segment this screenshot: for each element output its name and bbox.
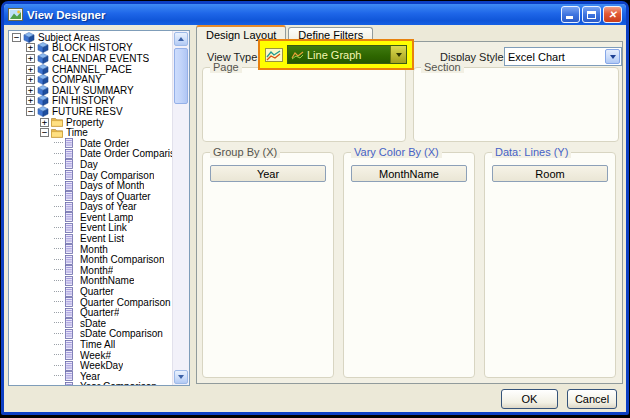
column-icon (65, 138, 77, 149)
tree-item[interactable]: WeekDay (11, 360, 172, 371)
tree-item[interactable]: Date Order Comparison (11, 149, 172, 160)
collapse-icon[interactable]: − (40, 128, 49, 137)
field-year[interactable]: Year (210, 165, 326, 182)
tree-connector (54, 248, 63, 250)
tree-item-label: WeekDay (80, 360, 123, 371)
tree-item-label: Time (66, 127, 88, 138)
tree-item[interactable]: Event Link (11, 223, 172, 234)
tree-item[interactable]: +CHANNEL_PACE (11, 64, 172, 75)
ok-button[interactable]: OK (501, 389, 558, 409)
expand-icon[interactable]: + (40, 118, 49, 127)
expand-icon[interactable]: + (26, 96, 35, 105)
maximize-button[interactable] (582, 6, 601, 23)
tree-item-label: MonthName (80, 275, 134, 286)
column-icon (65, 191, 77, 202)
tree-item[interactable]: −FUTURE RESV (11, 106, 172, 117)
tree-item[interactable]: +CALENDAR EVENTS (11, 53, 172, 64)
tree-item[interactable]: Days of Month (11, 180, 172, 191)
tree-item[interactable]: Date Order (11, 138, 172, 149)
column-icon (65, 307, 77, 318)
group-by-x-zone[interactable]: Group By (X) Year (202, 152, 334, 378)
collapse-icon[interactable]: − (12, 33, 21, 42)
scrollbar-thumb[interactable] (174, 48, 188, 104)
tree-item[interactable]: Year Comparison (11, 382, 172, 385)
window-controls: ✕ (561, 6, 622, 23)
tree-item[interactable]: Week# (11, 350, 172, 361)
tree-item[interactable]: Quarter (11, 286, 172, 297)
column-icon (65, 360, 77, 371)
field-room[interactable]: Room (492, 165, 608, 182)
tree-connector (54, 259, 63, 261)
page-dropzone[interactable]: Page (202, 67, 406, 142)
view-type-select[interactable]: Line Graph (287, 45, 407, 64)
tree-scrollbar[interactable] (172, 31, 189, 385)
expand-icon[interactable]: + (26, 75, 35, 84)
tree-connector (54, 312, 63, 314)
tree-item[interactable]: Month Comparison (11, 254, 172, 265)
expand-icon[interactable]: + (26, 86, 35, 95)
design-layout-panel: View Type : Line (196, 41, 623, 384)
tree-item[interactable]: Month (11, 244, 172, 255)
field-monthname[interactable]: MonthName (351, 165, 467, 182)
tree-item[interactable]: Year (11, 371, 172, 382)
tree-item[interactable]: +FIN HISTORY (11, 96, 172, 107)
collapse-icon[interactable]: − (26, 107, 35, 116)
tree-item[interactable]: +DAILY SUMMARY (11, 85, 172, 96)
tree-item[interactable]: Quarter# (11, 307, 172, 318)
tree-connector (54, 291, 63, 293)
tree-connector (54, 344, 63, 346)
tree-item[interactable]: +BLOCK HISTORY (11, 43, 172, 54)
tree-item-label: Week# (80, 350, 111, 361)
tree-item[interactable]: Month# (11, 265, 172, 276)
tree-item[interactable]: Day Comparison (11, 170, 172, 181)
column-icon (65, 254, 77, 265)
expand-icon[interactable]: + (26, 65, 35, 74)
tree-item[interactable]: Time All (11, 339, 172, 350)
vary-color-by-x-zone[interactable]: Vary Color By (X) MonthName (343, 152, 475, 378)
tree-item[interactable]: Event List (11, 233, 172, 244)
subject-areas-tree[interactable]: −Subject Areas+BLOCK HISTORY+CALENDAR EV… (8, 30, 190, 386)
page-label: Page (210, 61, 242, 73)
column-icon (65, 159, 77, 170)
data-lines-y-zone[interactable]: Data: Lines (Y) Room (484, 152, 616, 378)
tree-item[interactable]: +COMPANY (11, 74, 172, 85)
tree-item-label: Days of Year (80, 201, 137, 212)
close-button[interactable]: ✕ (603, 6, 622, 23)
column-icon (65, 244, 77, 255)
titlebar[interactable]: View Designer ✕ (4, 4, 626, 25)
minimize-button[interactable] (561, 6, 580, 23)
cancel-button[interactable]: Cancel (567, 389, 617, 409)
display-style-select[interactable]: Excel Chart (504, 47, 622, 66)
tree-item[interactable]: Quarter Comparison (11, 297, 172, 308)
tree-item[interactable]: sDate (11, 318, 172, 329)
cube-icon (23, 32, 35, 43)
tree-item-label: sDate (80, 318, 106, 329)
view-type-value: Line Graph (304, 49, 390, 61)
tree-connector (54, 269, 63, 271)
window-icon (8, 7, 23, 22)
tree-item[interactable]: Event Lamp (11, 212, 172, 223)
scroll-up-icon[interactable] (174, 32, 188, 46)
tree-item-label: Date Order (80, 138, 129, 149)
column-icon (65, 328, 77, 339)
display-style-dropdown-icon[interactable] (605, 49, 620, 64)
expand-icon[interactable]: + (26, 43, 35, 52)
section-dropzone[interactable]: Section (413, 67, 619, 142)
tree-item[interactable]: sDate Comparison (11, 329, 172, 340)
column-icon (65, 339, 77, 350)
scroll-down-icon[interactable] (174, 370, 188, 384)
tree-item[interactable]: −Subject Areas (11, 32, 172, 43)
column-icon (65, 233, 77, 244)
tree-item-label: Property (66, 117, 104, 128)
column-icon (65, 381, 77, 385)
tree-item[interactable]: −Time (11, 127, 172, 138)
expand-icon[interactable]: + (26, 54, 35, 63)
tree-item[interactable]: MonthName (11, 276, 172, 287)
tree-item[interactable]: Day (11, 159, 172, 170)
tree-item[interactable]: Days of Quarter (11, 191, 172, 202)
view-type-dropdown-icon[interactable] (390, 46, 406, 63)
tree-item[interactable]: +Property (11, 117, 172, 128)
tree-item[interactable]: Days of Year (11, 202, 172, 213)
tree-item-label: Quarter# (80, 307, 119, 318)
tree-connector (54, 322, 63, 324)
